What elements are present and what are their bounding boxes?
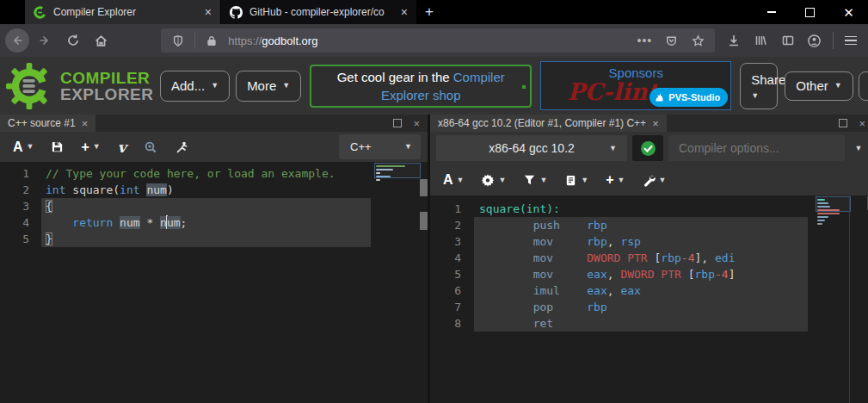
url-bar[interactable]: https://godbolt.org ••• <box>161 28 715 53</box>
compiler-options-input[interactable] <box>668 135 845 161</box>
forward-button[interactable] <box>31 28 58 53</box>
minimize-button[interactable] <box>752 0 791 24</box>
tab-close-icon[interactable]: × <box>205 6 212 18</box>
pane-close-icon[interactable]: × <box>413 118 420 129</box>
gear-icon <box>481 173 495 187</box>
account-icon[interactable] <box>801 28 828 53</box>
line-number: 2 <box>0 182 29 198</box>
zoom-button[interactable] <box>135 132 166 162</box>
close-button[interactable]: ✕ <box>829 0 868 24</box>
output-dropdown-icon[interactable]: ▼ <box>850 145 867 152</box>
reload-button[interactable] <box>59 28 87 53</box>
library-icon[interactable] <box>748 28 774 53</box>
pane-tab-close-icon[interactable]: × <box>652 118 659 129</box>
window-controls: ✕ <box>752 0 868 24</box>
pvs-studio-badge[interactable]: PVS-Studio <box>649 88 728 107</box>
compiler-explorer-favicon <box>34 6 46 19</box>
source-minimap[interactable] <box>376 164 419 183</box>
url-text[interactable]: https://godbolt.org <box>228 34 628 47</box>
share-button[interactable]: Share▼ <box>740 63 778 109</box>
code-line[interactable]: 4 mov DWORD PTR [rbp-4], edi <box>430 250 868 266</box>
pocket-icon[interactable] <box>661 34 681 47</box>
sidebar-icon[interactable] <box>774 28 801 53</box>
code-line[interactable]: 1// Type your code here, or load an exam… <box>0 165 428 182</box>
tools-button[interactable]: ▼ <box>634 164 675 195</box>
bookmark-star-icon[interactable] <box>687 34 708 47</box>
line-number: 5 <box>0 231 29 247</box>
assembly-output-editor[interactable]: 1square(int):2 push rbp3 mov rbp, rsp4 m… <box>430 195 868 403</box>
code-line[interactable]: 2 push rbp <box>430 217 868 233</box>
add-pane-button[interactable]: +▼ <box>72 132 108 162</box>
back-button[interactable] <box>3 28 31 53</box>
urlbar-separator <box>194 33 195 48</box>
compiler-select[interactable]: x86-64 gcc 10.2▼ <box>436 135 627 161</box>
pane-tab-close-icon[interactable]: × <box>82 118 89 129</box>
cpp-insights-button[interactable] <box>166 132 197 162</box>
code-line[interactable]: 4 return num * num; <box>0 214 428 231</box>
compile-status-button[interactable] <box>632 135 663 161</box>
line-number: 5 <box>430 266 461 282</box>
new-tab-button[interactable]: + <box>416 0 442 24</box>
more-button[interactable]: More▼ <box>236 71 301 102</box>
menu-hamburger-icon[interactable] <box>838 28 865 53</box>
pane-maximize-icon[interactable] <box>839 119 847 127</box>
browser-tab-github[interactable]: GitHub - compiler-explorer/co × <box>221 0 416 24</box>
line-number: 3 <box>430 233 461 250</box>
assembly-minimap[interactable] <box>817 197 849 226</box>
code-line[interactable]: 1square(int): <box>430 201 868 217</box>
shop-banner[interactable]: Get cool gear in the Compiler Explorer s… <box>310 65 532 108</box>
compiler-output-pane: x86-64 gcc 10.2 (Editor #1, Compiler #1)… <box>430 115 868 403</box>
tracking-protection-shield-icon[interactable] <box>168 34 188 47</box>
pc-lint-logo[interactable]: PC-lint <box>567 79 658 105</box>
source-pane-tab[interactable]: C++ source #1 × <box>0 115 95 132</box>
funnel-icon <box>523 174 536 186</box>
pane-maximize-icon[interactable] <box>393 119 402 127</box>
language-select[interactable]: C++▼ <box>339 134 421 159</box>
minimap-slider[interactable] <box>374 163 421 178</box>
compiler-pane-tab[interactable]: x86-64 gcc 10.2 (Editor #1, Compiler #1)… <box>430 115 667 132</box>
compiler-toolbar-row2: A▼ ▼ ▼ ▼ +▼ ▼ <box>430 164 868 195</box>
code-line[interactable]: 7 pop rbp <box>430 299 868 315</box>
lock-icon[interactable] <box>201 34 222 47</box>
compiler-pane-header: x86-64 gcc 10.2 (Editor #1, Compiler #1)… <box>430 115 868 132</box>
line-number: 3 <box>0 198 29 214</box>
sponsors-box[interactable]: Sponsors PC-lint PVS-Studio <box>540 61 731 110</box>
tab-close-icon[interactable]: × <box>401 6 408 18</box>
code-line[interactable]: 5} <box>0 231 428 247</box>
banner-text: Get cool gear in the <box>337 70 453 84</box>
home-button[interactable] <box>87 28 114 53</box>
save-button[interactable] <box>42 132 72 162</box>
check-circle-icon <box>640 140 656 157</box>
line-number: 6 <box>430 282 461 299</box>
libraries-button[interactable]: ▼ <box>556 164 597 195</box>
vim-mode-button[interactable]: v <box>109 132 135 162</box>
other-button[interactable]: Other▼ <box>785 71 853 101</box>
source-code-editor[interactable]: 1// Type your code here, or load an exam… <box>0 162 428 403</box>
output-settings-button[interactable]: ▼ <box>472 164 514 195</box>
add-button[interactable]: Add...▼ <box>160 71 230 102</box>
font-size-button[interactable]: A▼ <box>4 132 42 162</box>
policies-button[interactable]: Policies▼ <box>859 71 868 101</box>
code-line[interactable]: 5 mov eax, DWORD PTR [rbp-4] <box>430 266 868 282</box>
maximize-button[interactable] <box>791 0 829 24</box>
compiler-explorer-logo[interactable]: COMPILER EXPLORER <box>6 63 154 109</box>
code-line[interactable]: 2int square(int num) <box>0 182 428 198</box>
page-actions-dots-icon[interactable]: ••• <box>634 34 655 47</box>
golden-layout: C++ source #1 × × A▼ +▼ v <box>0 115 868 403</box>
download-icon[interactable] <box>720 28 747 53</box>
unicorn-icon <box>654 91 665 103</box>
code-line[interactable]: 6 imul eax, eax <box>430 282 868 299</box>
line-number: 7 <box>430 299 461 315</box>
minimap-slider[interactable] <box>816 196 851 212</box>
browser-tab-compiler-explorer[interactable]: Compiler Explorer × <box>25 0 220 24</box>
code-line[interactable]: 3{ <box>0 198 428 214</box>
add-tool-button[interactable]: +▼ <box>597 164 633 195</box>
minimap-line <box>376 179 380 181</box>
code-line[interactable]: 8 ret <box>430 315 868 332</box>
url-protocol: https:// <box>228 34 262 47</box>
font-size-button[interactable]: A▼ <box>434 164 472 195</box>
pane-close-icon[interactable]: × <box>859 118 865 129</box>
code-line[interactable]: 3 mov rbp, rsp <box>430 233 868 250</box>
filter-button[interactable]: ▼ <box>514 164 556 195</box>
source-code-lines: 1// Type your code here, or load an exam… <box>0 162 428 247</box>
